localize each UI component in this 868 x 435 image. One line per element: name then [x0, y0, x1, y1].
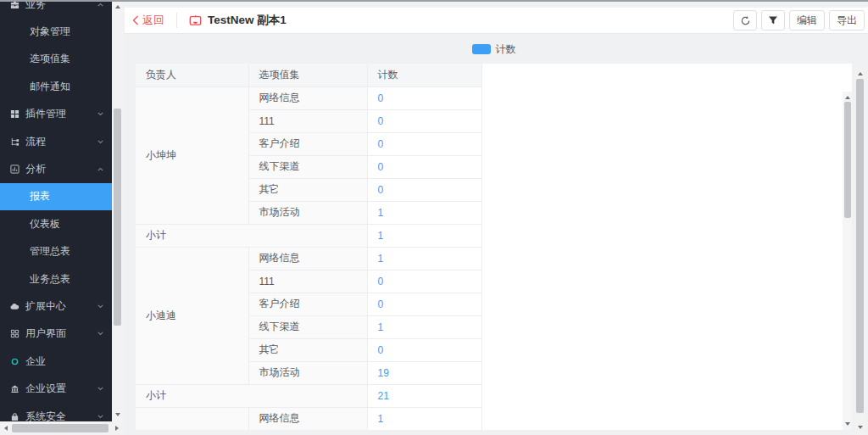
count-link[interactable]: 1 [378, 253, 384, 265]
plugin-icon [9, 109, 19, 120]
ring-icon [9, 356, 19, 366]
divider [176, 13, 177, 28]
count-link[interactable]: 0 [378, 138, 384, 150]
count-link[interactable]: 0 [378, 161, 384, 173]
option-cell: 网络信息 [248, 86, 367, 109]
count-cell: 0 [367, 132, 481, 155]
count-link[interactable]: 21 [378, 390, 389, 402]
count-link[interactable]: 1 [378, 207, 384, 219]
export-button[interactable]: 导出 [829, 10, 865, 31]
option-cell: 市场活动 [248, 361, 367, 384]
sidebar-item-mail-notification[interactable]: 邮件通知 [0, 73, 112, 100]
scrollbar-thumb[interactable] [856, 79, 864, 413]
scroll-right-arrow-icon[interactable] [112, 421, 122, 435]
count-cell: 0 [367, 338, 481, 361]
sidebar-item-label: 业务总表 [30, 272, 70, 287]
sidebar-item-option-value-set[interactable]: 选项值集 [0, 46, 112, 73]
sidebar-item-management-summary[interactable]: 管理总表 [0, 238, 112, 265]
sidebar-item-plugin-management[interactable]: 插件管理 [0, 101, 112, 128]
sidebar-item-process[interactable]: 流程 [0, 128, 112, 155]
sidebar-item-user-interface[interactable]: 用户界面 [0, 321, 112, 348]
sidebar-item-label: 选项值集 [30, 52, 70, 66]
filter-button[interactable] [761, 10, 785, 31]
chevron-up-icon [97, 167, 103, 171]
count-link[interactable]: 0 [378, 298, 384, 310]
sidebar-item-enterprise[interactable]: 企业 [0, 348, 112, 375]
sidebar-item-label: 扩展中心 [25, 299, 66, 314]
count-link[interactable]: 0 [378, 92, 384, 104]
sidebar-item-label: 对象管理 [30, 25, 70, 39]
scroll-left-arrow-icon[interactable] [1, 421, 11, 435]
legend-swatch[interactable] [472, 44, 491, 54]
sidebar-item-analysis[interactable]: 分析 [0, 155, 112, 182]
scroll-down-arrow-icon[interactable] [854, 422, 865, 432]
table-vertical-scrollbar[interactable] [843, 92, 852, 430]
count-cell: 19 [367, 361, 481, 384]
count-link[interactable]: 1 [378, 321, 384, 333]
count-link[interactable]: 19 [378, 367, 389, 379]
scroll-up-arrow-icon[interactable] [854, 69, 865, 79]
option-cell: 线下渠道 [248, 155, 367, 178]
refresh-button[interactable] [733, 10, 757, 31]
edit-button[interactable]: 编辑 [789, 10, 825, 31]
count-cell: 0 [367, 86, 481, 109]
page-title: TestNew 副本1 [208, 13, 287, 28]
option-cell: 其它 [248, 338, 367, 361]
count-cell: 0 [367, 270, 481, 293]
sidebar-item-label: 报表 [30, 189, 50, 204]
sidebar-item-business-summary[interactable]: 业务总表 [0, 265, 112, 293]
scroll-down-arrow-icon[interactable] [112, 410, 123, 420]
sidebar-item-business[interactable]: 业务 [0, 0, 112, 18]
count-link[interactable]: 0 [378, 184, 384, 196]
sidebar-item-enterprise-settings[interactable]: 企业设置 [0, 375, 112, 402]
building-icon [9, 384, 19, 394]
option-cell: 线下渠道 [248, 315, 367, 338]
table-row: 网络信息1 [136, 407, 481, 430]
count-link[interactable]: 1 [378, 413, 384, 425]
chart-icon [9, 165, 19, 175]
sidebar-item-dashboard[interactable]: 仪表板 [0, 210, 112, 237]
chevron-down-icon [97, 304, 103, 309]
table-row: 小坤坤网络信息0 [136, 86, 481, 109]
chevron-down-icon [97, 415, 103, 419]
back-button[interactable]: 返回 [132, 13, 164, 28]
sidebar-item-report[interactable]: 报表 [0, 183, 112, 210]
count-cell: 1 [367, 315, 481, 338]
scrollbar-thumb[interactable] [844, 102, 851, 218]
report-card: 负责人 选项值集 计数 小坤坤网络信息01110客户介绍0线下渠道0其它0市场活… [136, 64, 852, 430]
legend-label[interactable]: 计数 [496, 42, 516, 57]
subtotal-label-cell: 小计 [136, 224, 367, 247]
scrollbar-thumb[interactable] [12, 424, 108, 432]
table-body: 小坤坤网络信息01110客户介绍0线下渠道0其它0市场活动1小计1小迪迪网络信息… [136, 86, 481, 430]
sidebar-item-label: 系统安全 [25, 410, 66, 421]
count-link[interactable]: 0 [378, 276, 384, 287]
option-cell: 网络信息 [248, 407, 367, 430]
sidebar-item-label: 业务 [25, 0, 46, 12]
sidebar-item-extension-center[interactable]: 扩展中心 [0, 293, 112, 320]
toolbar: 返回 TestNew 副本1 编辑 导出 [125, 8, 868, 34]
count-cell: 0 [367, 109, 481, 132]
count-link[interactable]: 0 [378, 344, 384, 356]
sidebar-item-object-management[interactable]: 对象管理 [0, 18, 112, 45]
sidebar-horizontal-scrollbar[interactable] [0, 421, 123, 435]
owner-cell [136, 407, 248, 430]
scroll-up-arrow-icon[interactable] [843, 93, 852, 102]
subtotal-count-cell: 1 [367, 224, 481, 247]
scroll-up-arrow-icon[interactable] [112, 2, 123, 12]
sidebar-vertical-scrollbar[interactable] [112, 0, 123, 421]
sidebar-item-system-security[interactable]: 系统安全 [0, 403, 112, 421]
sidebar-item-label: 插件管理 [25, 107, 66, 121]
option-cell: 111 [248, 270, 367, 293]
count-link[interactable]: 1 [378, 230, 384, 242]
scrollbar-thumb[interactable] [114, 109, 121, 326]
table-row: 小迪迪网络信息1 [136, 247, 481, 270]
count-link[interactable]: 0 [378, 115, 384, 127]
owner-cell: 小坤坤 [136, 86, 248, 224]
content-vertical-scrollbar[interactable] [854, 66, 865, 435]
count-cell: 1 [367, 247, 481, 270]
option-cell: 111 [248, 109, 367, 132]
sidebar-item-label: 流程 [25, 135, 46, 149]
scroll-down-arrow-icon[interactable] [843, 420, 852, 428]
subtotal-count-cell: 21 [367, 384, 481, 407]
count-cell: 0 [367, 178, 481, 201]
